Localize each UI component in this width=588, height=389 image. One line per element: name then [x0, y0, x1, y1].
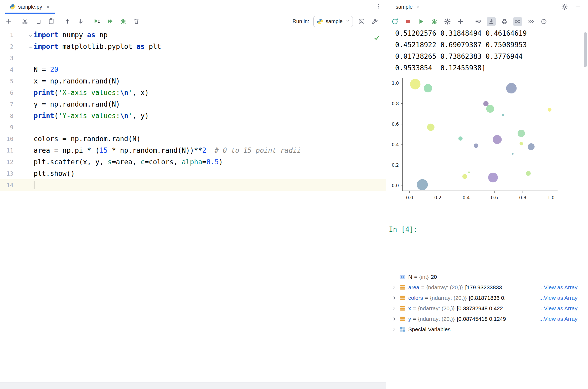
console-output-line: 0.01738265 0.73862383 0.3776944: [395, 51, 588, 62]
env-dropdown[interactable]: sample: [313, 16, 353, 27]
code-line: 7y = np.random.rand(N): [0, 98, 386, 110]
editor-pane: sample.py Run in: sample 1import numpy a…: [0, 0, 386, 389]
close-console-tab-icon[interactable]: [416, 4, 421, 9]
run-all-cells-icon: [527, 18, 534, 25]
run-in-group: Run in: sample: [292, 16, 382, 27]
variable-row[interactable]: area={ndarray: (20,)}[179.93233833...Vie…: [386, 282, 588, 293]
show-variables-button[interactable]: [513, 17, 522, 26]
run-in-extra-icons: [357, 17, 379, 26]
move-up-button[interactable]: [63, 17, 72, 26]
line-number: 8: [0, 113, 34, 119]
variable-name: N: [408, 274, 412, 280]
run-all-cells-button[interactable]: [526, 17, 535, 26]
rerun-button[interactable]: [390, 17, 399, 26]
scatter-plot: 0.00.20.40.60.81.00.00.20.40.60.81.0: [388, 76, 588, 203]
view-as-array-link[interactable]: ...View as Array: [539, 316, 577, 322]
variable-row[interactable]: y={ndarray: (20,)}[0.08745418 0.1249...V…: [386, 314, 588, 324]
close-tab-icon[interactable]: [45, 4, 50, 9]
show-variables-icon: [514, 18, 521, 25]
copy-button[interactable]: [34, 17, 43, 26]
view-as-array-link[interactable]: ...View as Array: [539, 284, 577, 291]
paste-button[interactable]: [47, 17, 56, 26]
svg-text:01: 01: [401, 276, 404, 278]
toolbar-group: [92, 17, 141, 26]
fold-down-icon[interactable]: [28, 33, 33, 37]
add-button[interactable]: [4, 17, 13, 26]
code-line: 12plt.scatter(x, y, s=area, c=colors, al…: [0, 156, 386, 168]
wrench-icon: [371, 18, 378, 25]
history-button[interactable]: [539, 17, 548, 26]
view-as-array-link[interactable]: ...View as Array: [539, 295, 577, 301]
chevron-right-icon[interactable]: [390, 285, 398, 290]
run-button[interactable]: [417, 17, 426, 26]
debug-icon: [431, 18, 438, 25]
debug-button[interactable]: [119, 17, 128, 26]
variable-row[interactable]: colors={ndarray: (20,)}[0.81871836 0....…: [386, 293, 588, 303]
variable-type: {ndarray: (20,)}: [418, 305, 455, 312]
interpreter-settings-button[interactable]: [443, 17, 452, 26]
code-text: print('Y-axis values:\n', y): [34, 112, 149, 120]
code-line: 14: [0, 179, 386, 191]
variable-row[interactable]: 01N={int}20: [386, 272, 588, 282]
variable-summary: N={int}20: [407, 274, 577, 280]
move-down-button[interactable]: [76, 17, 85, 26]
editor-bottom-strip: [0, 382, 386, 389]
wrench-button[interactable]: [370, 17, 379, 26]
print-button[interactable]: [500, 17, 509, 26]
variable-value: [179.93233833: [465, 284, 502, 291]
settings-icon: [561, 3, 568, 10]
editor-toolbar-icons: [4, 17, 148, 26]
line-number: 5: [0, 78, 34, 85]
toolbar-group: [4, 17, 13, 26]
line-number: 1: [0, 32, 34, 38]
console-scrollbar[interactable]: [584, 32, 587, 67]
svg-text:0.8: 0.8: [519, 195, 526, 200]
code-line: 8print('Y-axis values:\n', y): [0, 110, 386, 122]
minimize-button[interactable]: [574, 2, 583, 11]
svg-text:0.4: 0.4: [392, 142, 399, 147]
console-output-line: 0.45218922 0.69079387 0.75089953: [395, 39, 588, 51]
line-number: 14: [0, 182, 34, 188]
chevron-right-icon[interactable]: [390, 306, 398, 311]
delete-button[interactable]: [132, 17, 141, 26]
add-tab-button[interactable]: [456, 17, 465, 26]
print-icon: [501, 18, 508, 25]
console-pane: sample 0.51202576 0.31848494 0.461646190…: [386, 0, 588, 389]
chevron-right-icon[interactable]: [390, 316, 398, 322]
tab-label: sample.py: [18, 4, 42, 10]
line-number: 2: [0, 43, 34, 50]
chevron-right-icon[interactable]: [390, 327, 398, 332]
python-file-icon: [9, 4, 16, 10]
line-number: 7: [0, 101, 34, 108]
tab-sample-py[interactable]: sample.py: [5, 0, 55, 14]
inspection-ok-icon[interactable]: [373, 34, 380, 43]
console-button[interactable]: [357, 17, 366, 26]
view-as-array-link[interactable]: ...View as Array: [539, 305, 577, 312]
move-up-icon: [64, 18, 71, 25]
soft-wrap-button[interactable]: [474, 17, 483, 26]
code-line: 5x = np.random.rand(N): [0, 75, 386, 87]
editor-toolbar: Run in: sample: [0, 14, 386, 29]
console-output-area[interactable]: 0.51202576 0.31848494 0.461646190.452189…: [386, 29, 588, 271]
code-line: 10colors = np.random.rand(N): [0, 133, 386, 145]
stop-button[interactable]: [404, 17, 412, 26]
fold-up-icon[interactable]: [28, 44, 33, 49]
scroll-to-end-button[interactable]: [487, 17, 496, 26]
debug-button[interactable]: [430, 17, 439, 26]
add-icon: [5, 18, 12, 25]
run-cell-icon: [93, 18, 101, 25]
variable-row[interactable]: x={ndarray: (20,)}[0.38732948 0.422...Vi…: [386, 303, 588, 314]
tab-sample-console[interactable]: sample: [391, 0, 425, 14]
variable-row[interactable]: Special Variables: [386, 324, 588, 335]
equals-sign: =: [421, 284, 424, 291]
run-cell-button[interactable]: [92, 17, 101, 26]
svg-text:0.0: 0.0: [392, 183, 399, 188]
chevron-right-icon[interactable]: [390, 295, 398, 301]
run-all-button[interactable]: [106, 17, 115, 26]
more-options-icon[interactable]: [375, 3, 382, 11]
settings-button[interactable]: [560, 2, 569, 11]
equals-sign: =: [425, 295, 428, 301]
code-line: 4N = 20: [0, 64, 386, 75]
cut-button[interactable]: [20, 17, 29, 26]
code-editor[interactable]: 1import numpy as np2import matplotlib.py…: [0, 29, 386, 382]
